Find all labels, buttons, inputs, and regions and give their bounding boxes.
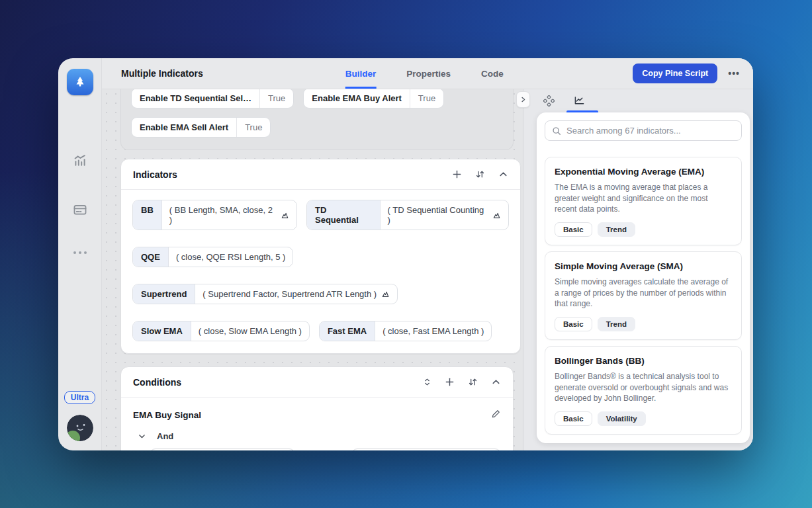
condition-right-operand[interactable]: Slow EMA(close, Slow EMA Length) (351, 448, 501, 450)
indicator-chip-slow-ema[interactable]: Slow EMA ( close, Slow EMA Length ) (132, 321, 310, 341)
conditions-section-title: Conditions (133, 377, 181, 388)
alert-chip[interactable]: Enable TD Sequential Sel… True (131, 89, 294, 108)
active-tab-underline (566, 110, 598, 112)
indicator-chip-bb[interactable]: BB ( BB Length, SMA, close, 2 ) (132, 200, 297, 230)
search-icon (552, 126, 561, 136)
chevron-right-icon (519, 96, 527, 103)
left-sidebar: Ultra (58, 58, 102, 450)
chevron-down-icon[interactable] (138, 432, 146, 441)
plot-on-chart-icon[interactable] (281, 211, 289, 220)
indicator-chip-td-sequential[interactable]: TD Sequential ( TD Sequential Counting ) (306, 200, 509, 230)
copy-pine-script-button[interactable]: Copy Pine Script (633, 64, 717, 83)
collapse-section-icon[interactable] (498, 169, 508, 179)
page-title: Multiple Indicators (121, 68, 203, 79)
panel-tabs (523, 89, 753, 112)
indicator-library-panel: Exponential Moving Average (EMA) The EMA… (523, 89, 753, 450)
plot-on-chart-icon[interactable] (381, 290, 390, 298)
tag-trend[interactable]: Trend (598, 222, 635, 237)
tag-volatility[interactable]: Volatility (598, 411, 646, 426)
indicator-card-ema[interactable]: Exponential Moving Average (EMA) The EMA… (545, 157, 742, 245)
alert-chip[interactable]: Enable EMA Buy Alert True (303, 89, 444, 108)
plan-badge[interactable]: Ultra (64, 391, 95, 404)
search-input[interactable] (566, 126, 735, 136)
add-indicator-icon[interactable] (452, 169, 462, 179)
indicator-search[interactable] (545, 120, 742, 141)
condition-name: EMA Buy Signal (133, 410, 201, 420)
billing-card-icon[interactable] (72, 202, 88, 217)
top-header: Multiple Indicators Builder Properties C… (102, 58, 753, 89)
indicator-chip-fast-ema[interactable]: Fast EMA ( close, Fast EMA Length ) (319, 321, 492, 341)
tab-code[interactable]: Code (481, 58, 504, 89)
plot-on-chart-icon[interactable] (492, 211, 501, 220)
indicators-section-title: Indicators (133, 169, 177, 180)
indicator-chip-supertrend[interactable]: Supertrend ( Supertrend Factor, Supertre… (132, 284, 398, 304)
more-menu-icon[interactable] (73, 251, 87, 254)
sort-icon[interactable] (468, 377, 478, 387)
alerts-section: Enable TD Sequential Sel… True Enable EM… (120, 89, 514, 150)
conditions-section: Conditions (120, 366, 514, 450)
builder-canvas: Enable TD Sequential Sel… True Enable EM… (102, 89, 523, 450)
collapse-all-icon[interactable] (423, 377, 431, 387)
panel-tab-strategy[interactable] (543, 95, 555, 106)
nodes-icon (543, 95, 555, 106)
alert-chip[interactable]: Enable EMA Sell Alert True (131, 117, 271, 138)
analytics-icon[interactable] (73, 153, 87, 168)
tag-basic[interactable]: Basic (555, 411, 592, 426)
indicator-cards-list: Exponential Moving Average (EMA) The EMA… (545, 157, 742, 435)
add-condition-icon[interactable] (445, 377, 455, 387)
indicator-card-sma[interactable]: Simple Moving Average (SMA) Simple movin… (545, 251, 742, 340)
tag-trend[interactable]: Trend (598, 317, 635, 331)
tab-builder[interactable]: Builder (345, 58, 377, 89)
edit-condition-icon[interactable] (491, 409, 501, 421)
app-logo[interactable] (67, 69, 93, 95)
header-tabs: Builder Properties Code (345, 58, 504, 89)
panel-tab-indicators[interactable] (574, 95, 585, 106)
app-window: Ultra Multiple Indicators (58, 58, 753, 450)
indicator-card-bb[interactable]: Bollinger Bands (BB) Bollinger Bands® is… (545, 346, 742, 435)
collapse-panel-button[interactable] (516, 91, 530, 108)
ellipsis-menu-icon[interactable]: ••• (728, 68, 740, 79)
avatar[interactable] (67, 415, 93, 441)
indicators-section: Indicators (120, 159, 521, 354)
condition-left-operand[interactable]: Fast EMA(close, Fast EMA Length) (150, 448, 295, 450)
sort-icon[interactable] (475, 169, 485, 179)
main-area: Multiple Indicators Builder Properties C… (102, 58, 753, 450)
indicator-chip-qqe[interactable]: QQE ( close, QQE RSI Length, 5 ) (132, 247, 293, 267)
tag-basic[interactable]: Basic (555, 222, 592, 237)
tab-properties[interactable]: Properties (406, 58, 451, 89)
collapse-section-icon[interactable] (491, 377, 501, 387)
line-chart-icon (574, 95, 585, 106)
avatar-face-icon (67, 415, 93, 441)
tag-basic[interactable]: Basic (555, 317, 592, 331)
desktop-background: Ultra Multiple Indicators (0, 0, 812, 508)
pine-tree-icon (73, 75, 87, 89)
indicator-library-sheet: Exponential Moving Average (EMA) The EMA… (537, 112, 750, 443)
condition-operator[interactable]: And (157, 431, 173, 441)
